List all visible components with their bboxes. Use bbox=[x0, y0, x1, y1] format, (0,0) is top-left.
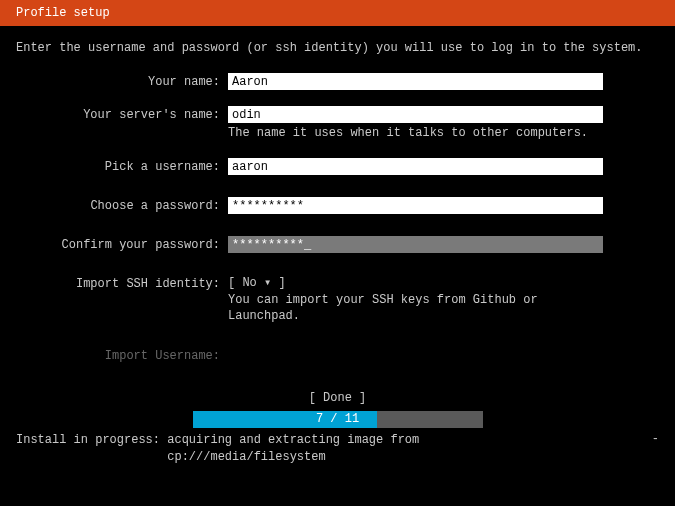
window-title: Profile setup bbox=[16, 6, 110, 20]
label-server-name: Your server's name: bbox=[16, 106, 228, 122]
input-your-name[interactable]: Aaron bbox=[228, 73, 603, 90]
input-password[interactable]: ********** bbox=[228, 197, 603, 214]
field-ssh-identity: Import SSH identity: [ No ▾ ] You can im… bbox=[16, 275, 659, 326]
label-ssh-identity: Import SSH identity: bbox=[16, 275, 228, 291]
window-title-bar: Profile setup bbox=[0, 0, 675, 26]
status-text: Install in progress: acquiring and extra… bbox=[16, 432, 419, 466]
field-import-username: Import Username: bbox=[16, 347, 659, 363]
label-confirm-password: Confirm your password: bbox=[16, 236, 228, 252]
spinner-icon: - bbox=[652, 432, 659, 466]
label-your-name: Your name: bbox=[16, 73, 228, 89]
input-server-name[interactable]: odin bbox=[228, 106, 603, 123]
input-username[interactable]: aaron bbox=[228, 158, 603, 175]
field-username: Pick a username: aaron bbox=[16, 158, 659, 175]
progress-bar: 7 / 11 bbox=[193, 411, 483, 428]
field-confirm-password: Confirm your password: ********** bbox=[16, 236, 659, 253]
status-line-2: cp:///media/filesystem bbox=[167, 450, 325, 464]
main-content: Enter the username and password (or ssh … bbox=[0, 26, 675, 428]
help-server-name: The name it uses when it talks to other … bbox=[228, 123, 603, 142]
input-confirm-password[interactable]: ********** bbox=[228, 236, 603, 253]
progress-text: 7 / 11 bbox=[193, 412, 483, 426]
help-ssh-identity: You can import your SSH keys from Github… bbox=[228, 290, 603, 326]
field-server-name: Your server's name: odin The name it use… bbox=[16, 106, 659, 142]
label-import-username: Import Username: bbox=[16, 347, 228, 363]
done-button[interactable]: [ Done ] bbox=[309, 391, 367, 405]
dropdown-ssh-identity[interactable]: [ No ▾ ] bbox=[228, 275, 603, 290]
status-area: Install in progress: acquiring and extra… bbox=[0, 432, 675, 466]
intro-text: Enter the username and password (or ssh … bbox=[16, 40, 659, 57]
label-password: Choose a password: bbox=[16, 197, 228, 213]
status-line-1: Install in progress: acquiring and extra… bbox=[16, 433, 419, 447]
label-username: Pick a username: bbox=[16, 158, 228, 174]
field-your-name: Your name: Aaron bbox=[16, 73, 659, 90]
field-password: Choose a password: ********** bbox=[16, 197, 659, 214]
